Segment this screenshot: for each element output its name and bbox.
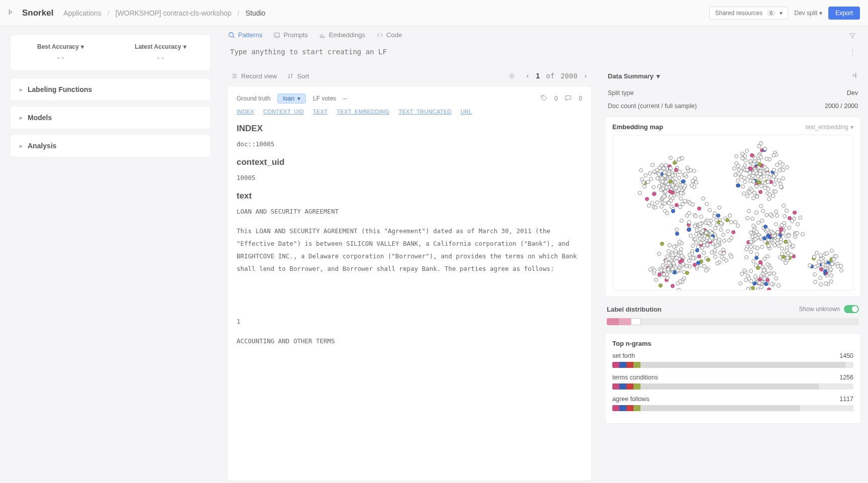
best-accuracy-block[interactable]: Best Accuracy ▾ -- [16, 43, 105, 62]
embedding-point[interactable] [808, 263, 812, 267]
show-unknown-toggle[interactable] [844, 305, 859, 313]
embedding-point[interactable] [729, 220, 733, 224]
embedding-point[interactable] [671, 173, 675, 177]
embedding-point[interactable] [760, 245, 764, 249]
embedding-point[interactable] [793, 211, 797, 215]
embedding-point[interactable] [659, 268, 663, 272]
embedding-point[interactable] [691, 256, 695, 260]
models-section[interactable]: ▸ Models [10, 106, 211, 129]
embedding-point[interactable] [687, 259, 691, 263]
embedding-point[interactable] [766, 228, 770, 232]
embedding-point[interactable] [753, 156, 757, 160]
embedding-point[interactable] [753, 237, 757, 241]
embedding-point[interactable] [784, 261, 788, 265]
embedding-point[interactable] [744, 255, 748, 259]
embedding-point[interactable] [754, 211, 758, 215]
embedding-point[interactable] [829, 267, 833, 271]
embedding-point[interactable] [671, 284, 675, 288]
embedding-point[interactable] [813, 272, 817, 276]
embedding-point[interactable] [765, 213, 769, 217]
embedding-point[interactable] [754, 256, 758, 260]
embedding-point[interactable] [741, 184, 745, 188]
embedding-point[interactable] [699, 241, 703, 245]
embedding-point[interactable] [758, 260, 763, 264]
embedding-point[interactable] [796, 222, 800, 226]
embedding-point[interactable] [753, 274, 757, 278]
embedding-point[interactable] [749, 240, 753, 244]
embedding-point[interactable] [662, 195, 666, 199]
embedding-point[interactable] [706, 258, 710, 262]
embedding-point[interactable] [676, 281, 680, 285]
embedding-point[interactable] [649, 177, 653, 181]
embedding-point[interactable] [657, 252, 661, 256]
embedding-point[interactable] [665, 185, 669, 189]
field-link-text-embedding[interactable]: TEXT_EMBEDDING [337, 109, 389, 115]
embedding-point[interactable] [705, 202, 709, 206]
embedding-point[interactable] [749, 245, 753, 249]
embedding-point[interactable] [650, 163, 655, 167]
embedding-point[interactable] [743, 154, 747, 158]
embedding-point[interactable] [694, 214, 698, 218]
ngram-row[interactable]: set forth1450 [612, 352, 853, 368]
embedding-point[interactable] [787, 226, 791, 230]
collapse-panel-icon[interactable] [851, 72, 858, 80]
embedding-point[interactable] [671, 209, 675, 213]
embedding-point[interactable] [697, 207, 701, 211]
settings-icon[interactable] [508, 72, 515, 79]
shared-resources-dropdown[interactable]: Shared resources 6 ▾ [709, 7, 788, 20]
tag-icon[interactable] [540, 94, 548, 103]
embedding-point[interactable] [829, 273, 833, 277]
embedding-point[interactable] [672, 245, 676, 249]
embedding-point[interactable] [761, 209, 765, 213]
embedding-point[interactable] [747, 276, 751, 280]
labeling-functions-section[interactable]: ▸ Labeling Functions [10, 78, 211, 101]
ground-truth-chip[interactable]: loan ▾ [277, 93, 306, 104]
embedding-point[interactable] [758, 172, 762, 176]
embedding-point[interactable] [772, 271, 776, 275]
embedding-point[interactable] [717, 206, 721, 210]
embedding-point[interactable] [742, 176, 746, 180]
embedding-point[interactable] [770, 282, 774, 286]
embedding-point[interactable] [659, 283, 663, 287]
embedding-point[interactable] [749, 250, 753, 254]
embedding-point[interactable] [763, 236, 767, 240]
embedding-point[interactable] [785, 209, 789, 213]
field-link-text[interactable]: TEXT [313, 109, 328, 115]
embedding-point[interactable] [719, 228, 723, 232]
embedding-point[interactable] [661, 263, 665, 267]
embedding-point[interactable] [704, 268, 708, 272]
embedding-point[interactable] [722, 239, 726, 243]
embedding-point[interactable] [787, 234, 791, 238]
embedding-point[interactable] [760, 219, 764, 223]
embedding-point[interactable] [754, 184, 758, 188]
tab-patterns[interactable]: Patterns [228, 31, 262, 42]
embedding-point[interactable] [744, 247, 748, 251]
ngram-row[interactable]: terms conditions1256 [612, 374, 853, 390]
embedding-point[interactable] [743, 158, 747, 162]
embedding-point[interactable] [665, 211, 669, 215]
embedding-point[interactable] [654, 206, 658, 210]
embedding-point[interactable] [759, 204, 763, 208]
embedding-point[interactable] [667, 201, 671, 205]
embedding-point[interactable] [775, 214, 779, 218]
more-icon[interactable]: ⋮ [844, 48, 861, 56]
embedding-point[interactable] [692, 169, 696, 173]
embedding-point[interactable] [729, 236, 733, 240]
embedding-point[interactable] [772, 153, 776, 157]
embedding-point[interactable] [645, 197, 649, 201]
embedding-point[interactable] [679, 247, 683, 251]
comment-icon[interactable] [565, 94, 572, 103]
dev-split-dropdown[interactable]: Dev split ▾ [794, 10, 822, 17]
embedding-point[interactable] [781, 176, 785, 180]
embedding-point[interactable] [749, 269, 753, 273]
embedding-point[interactable] [664, 189, 668, 194]
embedding-point[interactable] [691, 244, 695, 248]
field-link-url[interactable]: URL [461, 109, 472, 115]
embedding-point[interactable] [678, 205, 682, 209]
embedding-point[interactable] [683, 172, 687, 176]
embedding-point[interactable] [675, 232, 679, 236]
embedding-point[interactable] [774, 172, 778, 176]
pager-prev[interactable]: ‹ [525, 72, 529, 80]
embedding-point[interactable] [747, 209, 751, 213]
embedding-point[interactable] [666, 276, 670, 280]
